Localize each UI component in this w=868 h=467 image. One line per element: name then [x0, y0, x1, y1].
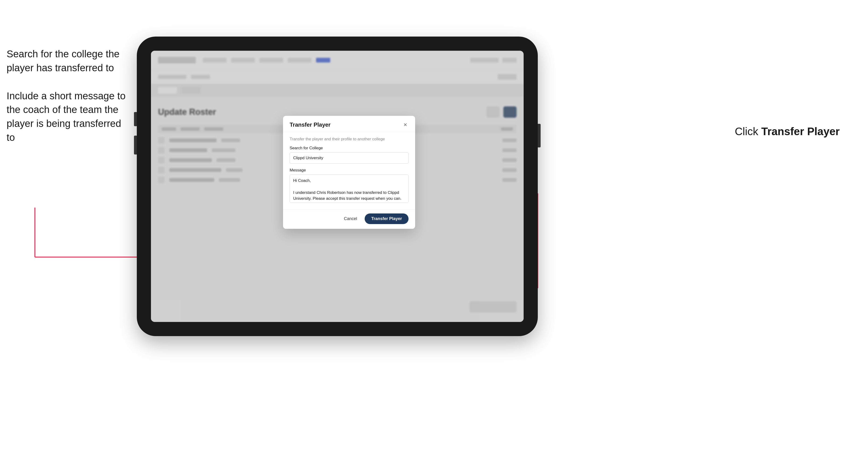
- cancel-button[interactable]: Cancel: [340, 214, 361, 224]
- transfer-player-modal: Transfer Player ✕ Transfer the player an…: [283, 116, 415, 229]
- search-college-input[interactable]: [290, 152, 408, 164]
- annotation-click-text: Click: [735, 125, 761, 137]
- modal-close-button[interactable]: ✕: [402, 121, 408, 128]
- annotation-right: Click Transfer Player: [735, 125, 840, 138]
- message-label: Message: [290, 168, 408, 173]
- tablet-screen: Update Roster: [151, 51, 524, 322]
- modal-overlay: Transfer Player ✕ Transfer the player an…: [151, 51, 524, 322]
- modal-footer: Cancel Transfer Player: [283, 210, 415, 229]
- modal-header: Transfer Player ✕: [283, 116, 415, 132]
- annotation-transfer-bold: Transfer Player: [762, 125, 840, 137]
- annotation-left: Search for the college the player has tr…: [7, 47, 129, 159]
- modal-title: Transfer Player: [290, 121, 331, 128]
- transfer-player-button[interactable]: Transfer Player: [365, 214, 408, 224]
- modal-body: Transfer the player and their profile to…: [283, 132, 415, 210]
- message-textarea[interactable]: Hi Coach, I understand Chris Robertson h…: [290, 175, 408, 203]
- search-college-label: Search for College: [290, 146, 408, 151]
- tablet-frame: Update Roster: [137, 36, 538, 336]
- annotation-search-text: Search for the college the player has tr…: [7, 47, 129, 75]
- annotation-message-text: Include a short message to the coach of …: [7, 89, 129, 145]
- modal-subtitle: Transfer the player and their profile to…: [290, 137, 408, 142]
